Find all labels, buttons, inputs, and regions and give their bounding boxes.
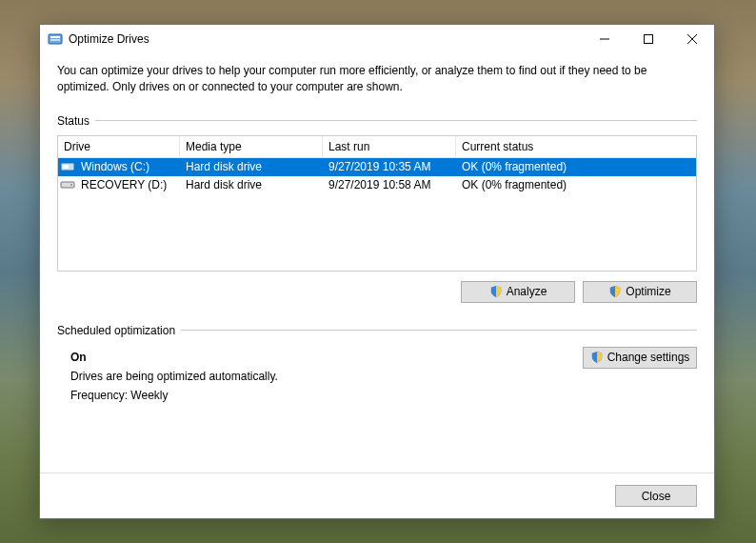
schedule-label: Scheduled optimization bbox=[57, 324, 175, 337]
change-settings-label: Change settings bbox=[607, 351, 690, 364]
column-last[interactable]: Last run bbox=[323, 136, 456, 157]
status-section-header: Status bbox=[57, 114, 697, 128]
status-label: Status bbox=[57, 114, 90, 128]
column-media[interactable]: Media type bbox=[180, 136, 323, 157]
drive-name: Windows (C:) bbox=[77, 160, 182, 173]
drive-media: Hard disk drive bbox=[182, 178, 325, 191]
analyze-label: Analyze bbox=[507, 285, 547, 298]
column-headers: Drive Media type Last run Current status bbox=[58, 136, 696, 158]
column-drive[interactable]: Drive bbox=[58, 136, 180, 157]
svg-rect-1 bbox=[50, 36, 60, 38]
close-label: Close bbox=[642, 490, 671, 503]
close-window-button[interactable] bbox=[670, 25, 714, 53]
drive-status: OK (0% fragmented) bbox=[458, 178, 696, 191]
schedule-desc: Drives are being optimized automatically… bbox=[70, 370, 697, 383]
drive-list[interactable]: Drive Media type Last run Current status… bbox=[57, 135, 697, 272]
description-text: You can optimize your drives to help you… bbox=[57, 63, 697, 95]
optimize-button[interactable]: Optimize bbox=[583, 281, 697, 303]
drive-row[interactable]: Windows (C:) Hard disk drive 9/27/2019 1… bbox=[58, 158, 696, 176]
optimize-label: Optimize bbox=[626, 285, 670, 298]
change-settings-button[interactable]: Change settings bbox=[583, 347, 697, 369]
svg-point-10 bbox=[70, 184, 72, 186]
divider bbox=[95, 120, 697, 121]
action-buttons: Analyze Optimize bbox=[57, 281, 697, 303]
drive-lastrun: 9/27/2019 10:35 AM bbox=[325, 160, 458, 173]
drive-media: Hard disk drive bbox=[182, 160, 325, 173]
window-title: Optimize Drives bbox=[69, 32, 583, 46]
shield-icon bbox=[608, 285, 622, 298]
svg-rect-2 bbox=[50, 39, 60, 41]
drive-icon bbox=[60, 159, 75, 174]
maximize-button[interactable] bbox=[627, 25, 670, 53]
window-controls bbox=[583, 25, 714, 53]
app-icon bbox=[48, 31, 63, 47]
optimize-drives-window: Optimize Drives You can optimize your dr… bbox=[39, 24, 715, 519]
minimize-button[interactable] bbox=[583, 25, 627, 53]
drive-name: RECOVERY (D:) bbox=[77, 178, 182, 191]
drive-status: OK (0% fragmented) bbox=[458, 160, 696, 173]
titlebar: Optimize Drives bbox=[40, 25, 714, 53]
drive-row[interactable]: RECOVERY (D:) Hard disk drive 9/27/2019 … bbox=[58, 176, 696, 194]
svg-rect-8 bbox=[63, 165, 69, 169]
column-status[interactable]: Current status bbox=[456, 136, 696, 157]
drive-lastrun: 9/27/2019 10:58 AM bbox=[325, 178, 458, 191]
schedule-body: On Drives are being optimized automatica… bbox=[57, 345, 697, 408]
close-button[interactable]: Close bbox=[615, 485, 697, 507]
schedule-section-header: Scheduled optimization bbox=[57, 324, 697, 337]
shield-icon bbox=[489, 285, 503, 298]
divider bbox=[181, 330, 697, 331]
analyze-button[interactable]: Analyze bbox=[461, 281, 575, 303]
drive-icon bbox=[60, 177, 75, 192]
content-area: You can optimize your drives to help you… bbox=[40, 53, 714, 473]
schedule-freq: Frequency: Weekly bbox=[70, 389, 697, 402]
shield-icon bbox=[590, 351, 604, 364]
svg-rect-4 bbox=[645, 35, 653, 44]
footer: Close bbox=[40, 473, 714, 518]
